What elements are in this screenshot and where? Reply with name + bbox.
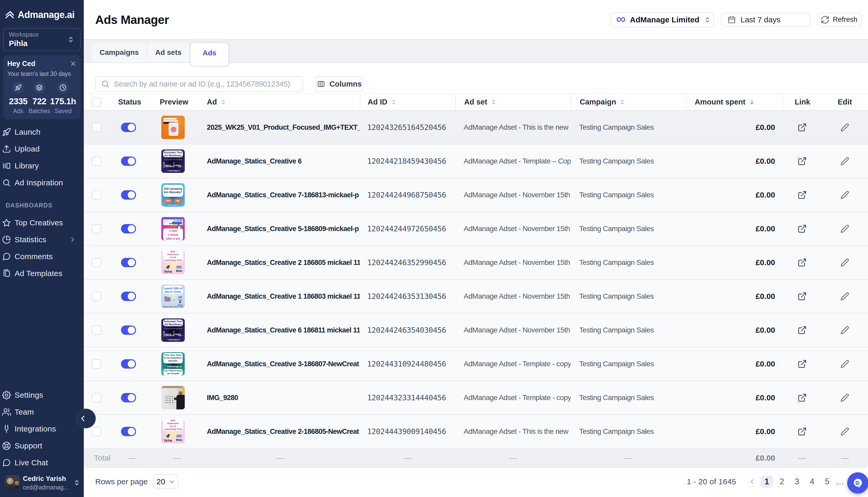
account-selector[interactable]: ∞ AdManage Limited [610,12,714,27]
ad-preview-thumbnail[interactable]: Still Uploading Ads Manually?YesNoAdmana… [161,183,185,207]
page-5[interactable]: 5 [821,475,833,488]
edit-pencil-icon[interactable] [840,190,849,199]
external-link-icon[interactable] [798,359,807,369]
status-toggle[interactable] [121,123,136,132]
edit-pencil-icon[interactable] [840,157,849,166]
chat-icon [2,458,11,467]
ad-preview-thumbnail[interactable]: Automate Your Ad WorkflowsConnect All Yo… [161,318,185,342]
edit-pencil-icon[interactable] [840,292,849,301]
sidebar-item-live-chat[interactable]: Live Chat [2,454,82,471]
sidebar-item-ad-templates[interactable]: Ad Templates [2,265,82,282]
status-toggle[interactable] [121,190,136,200]
ad-preview-thumbnail[interactable]: Launch 100s of Ads in <1min.12k→ ∞Meta T… [161,285,185,308]
sidebar-item-settings[interactable]: Settings [2,386,82,403]
sidebar-item-comments[interactable]: Comments [2,248,82,265]
sidebar: Admanage.ai Workspace Pihla Hey Ced ✕ Yo… [0,0,84,497]
row-checkbox[interactable] [92,427,101,436]
external-link-icon[interactable] [798,156,807,166]
col-header-ad-id[interactable]: Ad ID [360,94,455,110]
external-link-icon[interactable] [798,190,807,200]
rows-per-page-select[interactable]: 20 [153,474,178,489]
row-checkbox[interactable] [92,292,101,301]
edit-pencil-icon[interactable] [840,359,849,368]
ad-set: AdManage Adset - November 15th - [464,326,570,334]
edit-pencil-icon[interactable] [840,224,849,233]
external-link-icon[interactable] [798,123,807,132]
page-3[interactable]: 3 [791,475,803,488]
sidebar-item-label: Comments [15,252,53,261]
col-label: Ad set [464,98,487,106]
ad-preview-thumbnail[interactable] [161,386,185,409]
ad-preview-thumbnail[interactable] [161,116,185,139]
edit-pencil-icon[interactable] [840,427,849,436]
sidebar-item-ad-inspiration[interactable]: Ad Inspiration [2,174,82,191]
sidebar-item-integrations[interactable]: Integrations [2,420,82,437]
select-all-checkbox[interactable] [92,98,101,107]
ad-preview-thumbnail[interactable]: 90%Reductionin AdLaunching Time TikTok ∞… [161,420,185,443]
tab-ads[interactable]: Ads [190,42,229,66]
external-link-icon[interactable] [798,393,807,402]
sidebar-item-library[interactable]: Library [2,157,82,174]
sidebar-item-top-creatives[interactable]: Top Creatives [2,214,82,231]
external-link-icon[interactable] [798,292,807,301]
ad-name: AdManage_Statics_Creative 7-186813-micka… [207,191,359,199]
tab-campaigns[interactable]: Campaigns [92,43,146,62]
row-checkbox[interactable] [92,123,101,132]
status-toggle[interactable] [121,325,136,335]
sidebar-collapse-button[interactable] [76,409,96,428]
page-4[interactable]: 4 [806,475,818,488]
sidebar-item-upload[interactable]: Upload [2,140,82,157]
status-toggle[interactable] [121,393,136,402]
row-checkbox[interactable] [92,156,101,166]
row-checkbox[interactable] [92,224,101,233]
row-checkbox[interactable] [92,258,101,267]
row-checkbox[interactable] [92,325,101,335]
search-input[interactable] [114,80,298,88]
user-menu[interactable]: Cedric Yarish ced@admanag... [2,471,82,494]
col-label: Ad ID [368,98,387,106]
ad-preview-thumbnail[interactable]: Automate Your Ad WorkflowsConnect All Yo… [161,150,185,173]
edit-pencil-icon[interactable] [840,393,849,402]
external-link-icon[interactable] [798,325,807,335]
columns-button[interactable]: Columns [315,76,363,92]
col-header-ad-set[interactable]: Ad set [455,94,570,110]
external-link-icon[interactable] [798,427,807,436]
ad-preview-thumbnail[interactable]: 1 click1 minute100s of ads [161,217,185,240]
page-1[interactable]: 1 [760,475,773,488]
total-dash: — [276,454,284,463]
status-toggle[interactable] [121,427,136,436]
table-total-row: Total — — — — — — £0.00 — — [84,449,868,468]
col-header-ad[interactable]: Ad [201,94,360,110]
sidebar-item-statistics[interactable]: Statistics [2,231,82,248]
workspace-selector[interactable]: Workspace Pihla [3,28,81,51]
live-chat-fab[interactable] [847,472,868,494]
sidebar-item-launch[interactable]: Launch [2,124,82,140]
col-header-amount-spent[interactable]: Amount spent [686,94,783,110]
status-toggle[interactable] [121,292,136,301]
row-checkbox[interactable] [92,393,101,402]
ad-preview-thumbnail[interactable]: Free Your Team From Repetitive Uploads.⌃… [161,352,185,375]
page-2[interactable]: 2 [776,475,788,488]
edit-pencil-icon[interactable] [840,326,849,335]
col-header-campaign[interactable]: Campaign [570,94,686,110]
status-toggle[interactable] [121,359,136,369]
ad-preview-thumbnail[interactable]: 90%Reductionin AdLaunching Time TikTok ∞… [161,251,185,274]
date-range-selector[interactable]: Last 7 days [721,13,810,27]
status-toggle[interactable] [121,258,136,267]
tab-ad-sets[interactable]: Ad sets [147,43,190,62]
pagination-prev[interactable] [746,478,758,485]
row-checkbox[interactable] [92,190,101,200]
edit-pencil-icon[interactable] [840,258,849,267]
external-link-icon[interactable] [798,258,807,267]
status-toggle[interactable] [121,156,136,166]
external-link-icon[interactable] [798,224,807,233]
campaign: Testing Campaign Sales [579,157,654,165]
sidebar-item-support[interactable]: Support [2,437,82,454]
close-icon[interactable]: ✕ [70,60,77,68]
sidebar-item-team[interactable]: Team [2,403,82,420]
refresh-button[interactable]: Refresh [817,13,861,27]
row-checkbox[interactable] [92,359,101,369]
status-toggle[interactable] [121,224,136,233]
edit-pencil-icon[interactable] [840,123,849,132]
sidebar-item-label: Top Creatives [15,218,63,227]
